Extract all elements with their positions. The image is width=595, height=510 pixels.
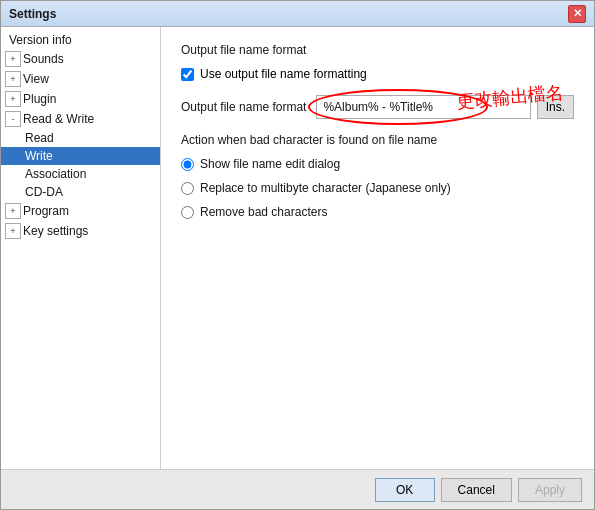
radio-remove-bad-label: Remove bad characters (200, 205, 327, 219)
checkbox-label: Use output file name formatting (200, 67, 367, 81)
sidebar-item-label: Sounds (23, 52, 64, 66)
main-panel: Output file name format Use output file … (161, 27, 594, 469)
sidebar-item-label: Write (25, 149, 53, 163)
format-row: Output file name format 更改輸出檔名 Ins. (181, 95, 574, 119)
sidebar-item-label: View (23, 72, 49, 86)
ins-button[interactable]: Ins. (537, 95, 574, 119)
expand-icon[interactable]: + (5, 51, 21, 67)
use-formatting-checkbox[interactable] (181, 68, 194, 81)
sidebar-item-label: Read & Write (23, 112, 94, 126)
settings-window: Settings ✕ Version info + Sounds + View … (0, 0, 595, 510)
window-title: Settings (9, 7, 56, 21)
sidebar-item-program[interactable]: + Program (1, 201, 160, 221)
sidebar: Version info + Sounds + View + Plugin - … (1, 27, 161, 469)
sidebar-item-sounds[interactable]: + Sounds (1, 49, 160, 69)
radio-replace-multibyte: Replace to multibyte character (Japanese… (181, 181, 574, 195)
radio-show-dialog: Show file name edit dialog (181, 157, 574, 171)
sidebar-item-label: Association (25, 167, 86, 181)
format-input-area: 更改輸出檔名 (316, 95, 530, 119)
format-label: Output file name format (181, 100, 306, 114)
bottom-bar: OK Cancel Apply (1, 469, 594, 509)
bad-char-section: Action when bad character is found on fi… (181, 133, 574, 219)
expand-icon[interactable]: + (5, 223, 21, 239)
radio-show-dialog-input[interactable] (181, 158, 194, 171)
title-bar: Settings ✕ (1, 1, 594, 27)
bad-char-title: Action when bad character is found on fi… (181, 133, 574, 147)
sidebar-item-view[interactable]: + View (1, 69, 160, 89)
sidebar-item-version-info[interactable]: Version info (1, 31, 160, 49)
content-area: Version info + Sounds + View + Plugin - … (1, 27, 594, 469)
sidebar-item-write[interactable]: Write (1, 147, 160, 165)
sidebar-item-key-settings[interactable]: + Key settings (1, 221, 160, 241)
sidebar-item-label: Version info (9, 33, 72, 47)
radio-remove-bad: Remove bad characters (181, 205, 574, 219)
radio-replace-multibyte-input[interactable] (181, 182, 194, 195)
sidebar-item-label: Read (25, 131, 54, 145)
expand-icon[interactable]: + (5, 203, 21, 219)
expand-icon[interactable]: + (5, 91, 21, 107)
sidebar-item-read-write[interactable]: - Read & Write (1, 109, 160, 129)
ok-button[interactable]: OK (375, 478, 435, 502)
apply-button[interactable]: Apply (518, 478, 582, 502)
checkbox-row: Use output file name formatting (181, 67, 574, 81)
close-button[interactable]: ✕ (568, 5, 586, 23)
sidebar-item-label: CD-DA (25, 185, 63, 199)
radio-replace-multibyte-label: Replace to multibyte character (Japanese… (200, 181, 451, 195)
radio-show-dialog-label: Show file name edit dialog (200, 157, 340, 171)
sidebar-item-label: Key settings (23, 224, 88, 238)
expand-icon[interactable]: + (5, 71, 21, 87)
sidebar-item-cd-da[interactable]: CD-DA (1, 183, 160, 201)
sidebar-item-label: Program (23, 204, 69, 218)
cancel-button[interactable]: Cancel (441, 478, 512, 502)
expand-icon[interactable]: - (5, 111, 21, 127)
section-title: Output file name format (181, 43, 574, 57)
radio-remove-bad-input[interactable] (181, 206, 194, 219)
sidebar-item-label: Plugin (23, 92, 56, 106)
format-input[interactable] (316, 95, 530, 119)
sidebar-item-read[interactable]: Read (1, 129, 160, 147)
sidebar-item-plugin[interactable]: + Plugin (1, 89, 160, 109)
sidebar-item-association[interactable]: Association (1, 165, 160, 183)
